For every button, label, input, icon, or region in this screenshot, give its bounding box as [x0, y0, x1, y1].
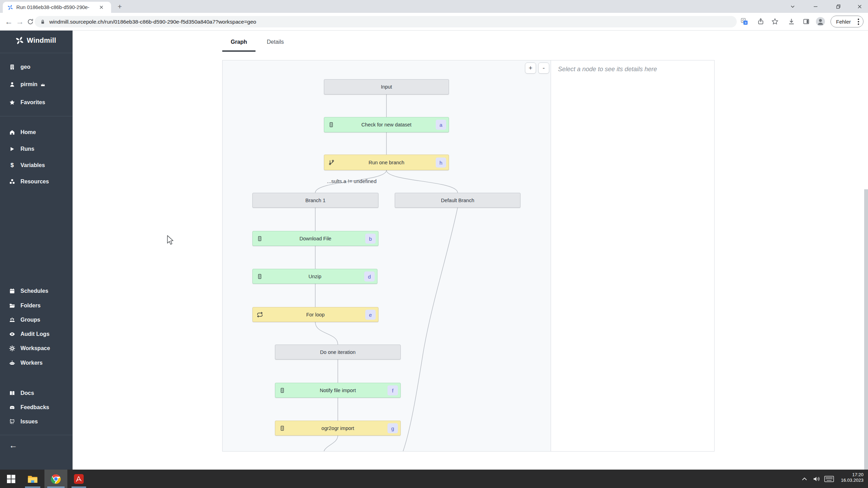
sidebar-divider: [0, 435, 73, 435]
logo-text: Windmill: [27, 36, 56, 44]
chrome-button[interactable]: [44, 470, 67, 488]
nav-label: Schedules: [20, 288, 48, 294]
tab-details[interactable]: Details: [260, 39, 291, 45]
flow-viewer: ...sults.a != undefined Input Check for …: [222, 60, 715, 452]
keyboard-icon[interactable]: [823, 470, 835, 488]
sidebar-collapse-button[interactable]: ←: [9, 441, 17, 449]
dollar-icon: $: [9, 162, 15, 169]
sidebar-item-groups[interactable]: Groups: [9, 316, 40, 324]
forward-button[interactable]: →: [14, 16, 26, 27]
flow-node-input[interactable]: Input: [324, 79, 449, 94]
mouse-cursor: [167, 235, 176, 246]
side-panel-icon[interactable]: [802, 18, 810, 25]
new-tab-button[interactable]: +: [115, 2, 124, 11]
building-icon: [9, 64, 15, 70]
eye-icon: [9, 331, 15, 337]
flow-node-label: Branch 1: [305, 198, 325, 203]
bookmark-star-icon[interactable]: [771, 18, 779, 25]
flow-node-branch-1[interactable]: Branch 1: [252, 193, 378, 208]
sidebar-item-audit-logs[interactable]: Audit Logs: [9, 330, 50, 338]
start-button[interactable]: [1, 470, 21, 488]
favorites-label: Favorites: [20, 99, 45, 106]
active-tab-underline: [222, 50, 256, 52]
window-close-button[interactable]: [852, 0, 867, 13]
flow-node-notify-file-import[interactable]: Notify file import f: [275, 383, 401, 398]
back-button[interactable]: ←: [3, 16, 15, 27]
sidebar-item-schedules[interactable]: Schedules: [9, 287, 48, 295]
flow-node-ogr2ogr-import[interactable]: ogr2ogr import g: [275, 421, 401, 436]
sidebar-item-workspace-geo[interactable]: geo: [9, 63, 30, 71]
flow-node-download-file[interactable]: Download File b: [252, 231, 378, 246]
browser-menu-error-button[interactable]: Fehler: [831, 16, 863, 27]
details-placeholder: Select a node to see its details here: [558, 66, 657, 73]
error-badge-label: Fehler: [836, 19, 851, 25]
reload-button[interactable]: [24, 16, 36, 27]
nav-label: Docs: [20, 390, 34, 396]
node-badge: g: [387, 423, 398, 433]
acrobat-icon: [74, 474, 84, 484]
nav-label: Resources: [20, 179, 49, 185]
nav-label: Audit Logs: [20, 331, 50, 337]
flow-node-check-for-new-dataset[interactable]: Check for new dataset a: [324, 117, 449, 132]
download-icon[interactable]: [787, 18, 795, 26]
translate-extension-icon[interactable]: G a: [741, 18, 748, 25]
node-badge: f: [387, 385, 398, 395]
zoom-out-button[interactable]: -: [538, 63, 549, 74]
tab-graph[interactable]: Graph: [222, 39, 256, 45]
flow-canvas[interactable]: ...sults.a != undefined Input Check for …: [223, 60, 551, 451]
sidebar-item-workspace-settings[interactable]: Workspace: [9, 344, 50, 353]
windmill-favicon: [7, 5, 13, 10]
file-explorer-button[interactable]: [22, 470, 43, 488]
running-indicator: [25, 487, 40, 488]
tray-expand-chevron[interactable]: [799, 470, 810, 488]
flow-node-do-one-iteration[interactable]: Do one iteration: [275, 345, 401, 359]
lock-icon[interactable]: [40, 19, 46, 25]
sidebar-item-variables[interactable]: $ Variables: [9, 161, 45, 169]
tab-search-icon[interactable]: [785, 0, 800, 13]
workspace-label: geo: [20, 64, 30, 70]
acrobat-button[interactable]: [69, 470, 89, 488]
tab-close-icon[interactable]: [99, 5, 104, 10]
sidebar-item-user-pirmin[interactable]: pirmin: [9, 80, 45, 89]
sidebar-item-runs[interactable]: Runs: [9, 145, 34, 153]
node-details-panel: Select a node to see its details here: [551, 60, 714, 451]
profile-avatar[interactable]: [816, 17, 825, 26]
flow-node-for-loop[interactable]: For loop e: [252, 307, 378, 322]
page-scrollbar[interactable]: [864, 189, 868, 470]
sidebar-item-feedbacks[interactable]: Feedbacks: [9, 403, 49, 412]
flow-node-default-branch[interactable]: Default Branch: [395, 193, 520, 208]
users-icon: [9, 317, 15, 323]
svg-text:a: a: [745, 21, 747, 24]
browser-tab[interactable]: Run 0186eb38-c86b-d590-290e-: [3, 2, 111, 13]
arrow-left-icon: ←: [9, 441, 17, 449]
url-bar[interactable]: windmill.sourcepole.ch/run/0186eb38-c86b…: [35, 16, 737, 27]
git-branch-icon: [328, 159, 335, 166]
sidebar-item-workers[interactable]: Workers: [9, 359, 43, 367]
flow-node-run-one-branch[interactable]: Run one branch h: [324, 155, 449, 170]
sidebar-item-issues[interactable]: Issues: [9, 417, 38, 426]
script-icon: [279, 387, 285, 394]
flow-node-label: Download File: [300, 236, 332, 241]
sidebar-item-folders[interactable]: Folders: [9, 301, 41, 310]
zoom-in-button[interactable]: +: [525, 63, 536, 74]
volume-icon[interactable]: [811, 470, 822, 488]
window-minimize-button[interactable]: [808, 0, 823, 13]
flow-node-label: Input: [381, 84, 392, 90]
windmill-logo[interactable]: Windmill: [15, 36, 56, 45]
windows-taskbar: 17:20 16.03.2023: [0, 470, 868, 488]
folder-icon: [9, 303, 15, 309]
tab-graph-label: Graph: [231, 39, 247, 45]
sidebar-item-docs[interactable]: Docs: [9, 389, 34, 397]
share-icon[interactable]: [757, 18, 765, 25]
taskbar-clock[interactable]: 17:20 16.03.2023: [835, 472, 863, 483]
node-badge: b: [365, 233, 376, 243]
window-restore-button[interactable]: [831, 0, 846, 13]
sidebar-item-home[interactable]: Home: [9, 128, 36, 137]
sidebar-divider: [0, 53, 73, 53]
sidebar-item-favorites[interactable]: Favorites: [9, 98, 45, 107]
sidebar-item-resources[interactable]: Resources: [9, 177, 49, 186]
screen: { "browser": { "tab_title": "Run 0186eb3…: [0, 0, 868, 488]
nav-label: Workers: [20, 360, 43, 366]
nav-label: Home: [20, 129, 36, 135]
flow-node-unzip[interactable]: Unzip d: [252, 269, 377, 284]
